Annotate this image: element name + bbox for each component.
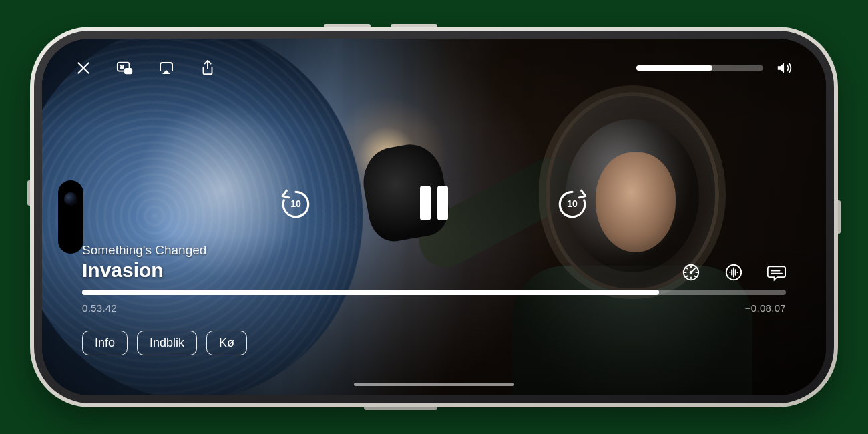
iphone-device-frame: 10 10 Something's Changed — [30, 27, 838, 407]
meta-right-controls — [682, 263, 786, 282]
airplay-button[interactable] — [157, 59, 176, 77]
volume-icon — [776, 59, 793, 77]
close-button[interactable] — [74, 59, 93, 77]
close-icon — [75, 59, 92, 77]
top-bar — [74, 59, 794, 77]
subtitles-button[interactable] — [767, 263, 786, 282]
show-title: Invasion — [82, 259, 206, 282]
bottom-tabs: Info Indblik Kø — [82, 331, 247, 355]
tab-info[interactable]: Info — [82, 331, 128, 355]
playback-speed-icon — [682, 262, 700, 282]
picture-in-picture-button[interactable] — [116, 59, 134, 77]
skip-forward-seconds: 10 — [567, 198, 578, 209]
skip-forward-button[interactable]: 10 — [555, 186, 590, 220]
audio-track-icon — [724, 262, 743, 282]
meta-row: Something's Changed Invasion — [82, 243, 786, 282]
screen: 10 10 Something's Changed — [42, 39, 826, 395]
top-left-controls — [74, 59, 217, 77]
episode-title: Something's Changed — [82, 243, 206, 258]
time-remaining: −0.08.07 — [745, 302, 786, 314]
pause-button[interactable] — [420, 186, 448, 220]
time-labels: 0.53.42 −0.08.07 — [82, 302, 786, 314]
volume-fill — [636, 65, 712, 71]
scrubber[interactable] — [82, 290, 786, 295]
playback-speed-button[interactable] — [682, 263, 700, 282]
tab-insight[interactable]: Indblik — [137, 331, 197, 355]
skip-back-seconds: 10 — [290, 198, 301, 209]
share-button[interactable] — [198, 59, 217, 77]
skip-back-button[interactable]: 10 — [278, 186, 313, 220]
share-icon — [199, 59, 216, 77]
time-elapsed: 0.53.42 — [82, 302, 117, 314]
picture-in-picture-icon — [116, 59, 134, 77]
airplay-icon — [158, 59, 175, 77]
pause-icon — [420, 186, 431, 220]
audio-track-button[interactable] — [724, 263, 743, 282]
transport-controls: 10 10 — [42, 186, 826, 220]
top-right-controls — [636, 59, 794, 77]
scrubber-fill — [82, 290, 659, 295]
video-player-overlay: 10 10 Something's Changed — [42, 39, 826, 395]
subtitles-icon — [767, 262, 786, 282]
volume-button[interactable] — [775, 59, 794, 77]
pause-icon — [437, 186, 448, 220]
title-block: Something's Changed Invasion — [82, 243, 206, 282]
volume-slider[interactable] — [636, 65, 763, 71]
svg-rect-1 — [124, 68, 132, 74]
tab-queue[interactable]: Kø — [206, 331, 247, 355]
home-indicator[interactable] — [354, 383, 514, 386]
